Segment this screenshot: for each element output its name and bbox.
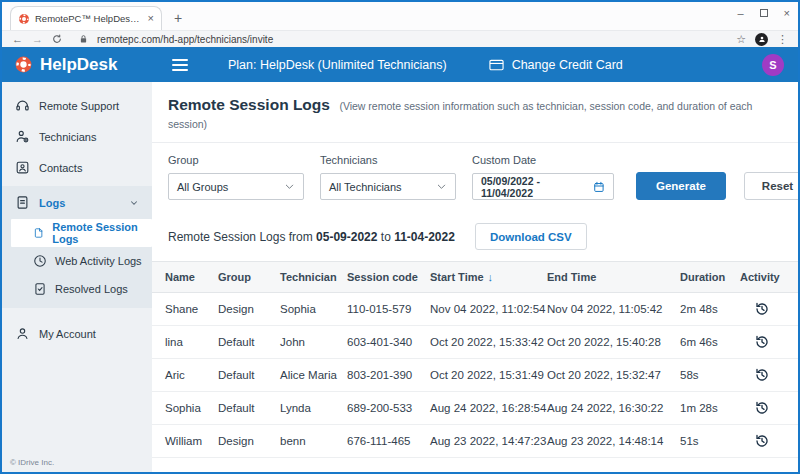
column-start-time[interactable]: Start Time ↓ bbox=[430, 271, 547, 283]
copyright-footer: © IDrive Inc. bbox=[10, 458, 54, 467]
new-tab-button[interactable]: + bbox=[174, 11, 182, 25]
helpdesk-logo-icon bbox=[14, 55, 33, 74]
history-icon bbox=[754, 301, 770, 317]
table-row: Shane Design Sophia 110-015-579 Nov 04 2… bbox=[152, 293, 798, 326]
sidebar: Remote Support Technicians Contacts bbox=[2, 82, 152, 472]
table-row: lina Default John 603-401-340 Oct 20 202… bbox=[152, 326, 798, 359]
window-controls: – × bbox=[737, 7, 790, 19]
table-row: Aric Default Alice Maria 803-201-390 Oct… bbox=[152, 359, 798, 392]
tab-title: RemotePC™ HelpDesk - Remote bbox=[35, 13, 143, 24]
chevron-down-icon bbox=[436, 181, 447, 192]
column-activity: Activity bbox=[740, 271, 798, 283]
technicians-filter-label: Technicians bbox=[320, 154, 456, 166]
lock-icon bbox=[79, 34, 88, 44]
contacts-icon bbox=[15, 160, 30, 175]
sidebar-item-web-activity-logs[interactable]: Web Activity Logs bbox=[2, 247, 152, 275]
account-icon bbox=[15, 326, 30, 341]
page-title: Remote Session Logs bbox=[168, 96, 330, 113]
date-range-input[interactable]: 05/09/2022 - 11/04/2022 bbox=[472, 173, 614, 200]
sidebar-item-contacts[interactable]: Contacts bbox=[2, 152, 152, 183]
table-header: Name Group Technician Session code Start… bbox=[152, 261, 798, 293]
browser-toolbar: ← → remotepc.com/hd-app/technicians/invi… bbox=[2, 30, 798, 47]
sidebar-group-logs: Logs Remote Session Logs Web Activity Lo… bbox=[2, 186, 152, 308]
chevron-down-icon bbox=[284, 181, 295, 192]
minimize-button[interactable]: – bbox=[737, 7, 743, 19]
change-credit-card-button[interactable]: Change Credit Card bbox=[489, 58, 623, 72]
history-icon bbox=[754, 400, 770, 416]
clock-icon bbox=[33, 254, 47, 268]
sidebar-item-my-account[interactable]: My Account bbox=[2, 318, 152, 349]
activity-history-button[interactable] bbox=[740, 433, 770, 449]
tab-bar: RemotePC™ HelpDesk - Remote × + – × bbox=[2, 2, 798, 30]
resolved-log-icon bbox=[33, 282, 47, 296]
browser-window: RemotePC™ HelpDesk - Remote × + – × ← → … bbox=[0, 0, 800, 474]
filter-bar: Group All Groups Technicians All Technic… bbox=[152, 143, 798, 214]
history-icon bbox=[754, 367, 770, 383]
reset-button[interactable]: Reset bbox=[744, 172, 798, 200]
column-end-time: End Time bbox=[547, 271, 680, 283]
calendar-icon[interactable] bbox=[593, 181, 605, 193]
history-icon bbox=[754, 334, 770, 350]
activity-history-button[interactable] bbox=[740, 400, 770, 416]
table-row: William Design benn 676-111-465 Aug 23 2… bbox=[152, 425, 798, 458]
title-bar: Remote Session Logs (View remote session… bbox=[152, 82, 798, 143]
credit-card-icon bbox=[489, 59, 504, 71]
column-name: Name bbox=[152, 271, 218, 283]
sidebar-item-remote-session-logs[interactable]: Remote Session Logs bbox=[11, 219, 152, 247]
hamburger-menu-icon[interactable] bbox=[172, 59, 188, 71]
headset-icon bbox=[15, 98, 30, 113]
app-header: HelpDesk Plan: HelpDesk (Unlimited Techn… bbox=[2, 47, 798, 82]
refresh-icon[interactable] bbox=[52, 34, 62, 44]
column-duration: Duration bbox=[680, 271, 740, 283]
custom-date-label: Custom Date bbox=[472, 154, 614, 166]
technicians-select[interactable]: All Technicians bbox=[320, 173, 456, 200]
table-row: Sophia Default Lynda 689-200-533 Aug 24 … bbox=[152, 392, 798, 425]
column-technician: Technician bbox=[280, 271, 347, 283]
activity-history-button[interactable] bbox=[740, 301, 770, 317]
to-date: 11-04-2022 bbox=[394, 230, 455, 244]
technician-icon bbox=[15, 129, 30, 144]
sort-desc-icon: ↓ bbox=[488, 271, 494, 283]
download-csv-button[interactable]: Download CSV bbox=[475, 223, 587, 250]
plan-label: Plan: HelpDesk (Unlimited Technicians) bbox=[228, 58, 447, 72]
sidebar-item-technicians[interactable]: Technicians bbox=[2, 121, 152, 152]
bookmark-star-icon[interactable]: ☆ bbox=[736, 33, 746, 46]
browser-tab[interactable]: RemotePC™ HelpDesk - Remote × bbox=[10, 6, 162, 30]
sidebar-item-resolved-logs[interactable]: Resolved Logs bbox=[2, 275, 152, 303]
sidebar-item-remote-support[interactable]: Remote Support bbox=[2, 90, 152, 121]
group-select[interactable]: All Groups bbox=[168, 173, 304, 200]
browser-profile-avatar[interactable] bbox=[755, 33, 768, 46]
sidebar-item-logs[interactable]: Logs bbox=[2, 186, 152, 219]
brand[interactable]: HelpDesk bbox=[2, 55, 152, 75]
browser-menu-icon[interactable]: ⋮ bbox=[777, 33, 788, 46]
maximize-button[interactable] bbox=[760, 9, 768, 17]
close-window-button[interactable]: × bbox=[784, 7, 790, 19]
activity-history-button[interactable] bbox=[740, 334, 770, 350]
column-session-code: Session code bbox=[347, 271, 430, 283]
chevron-down-icon bbox=[129, 198, 139, 208]
logs-icon bbox=[15, 195, 30, 210]
summary-bar: Remote Session Logs from 05-09-2022 to 1… bbox=[152, 214, 798, 261]
tab-close-icon[interactable]: × bbox=[148, 13, 154, 24]
brand-name: HelpDesk bbox=[40, 55, 117, 75]
group-filter-label: Group bbox=[168, 154, 304, 166]
main-content: Remote Session Logs (View remote session… bbox=[152, 82, 798, 472]
history-icon bbox=[754, 433, 770, 449]
activity-history-button[interactable] bbox=[740, 367, 770, 383]
helpdesk-favicon-icon bbox=[18, 13, 30, 25]
forward-button[interactable]: → bbox=[32, 33, 43, 45]
summary-text: Remote Session Logs from 05-09-2022 to 1… bbox=[168, 230, 455, 244]
session-log-icon bbox=[33, 226, 44, 240]
address-bar[interactable]: remotepc.com/hd-app/technicians/invite bbox=[97, 34, 273, 45]
user-avatar[interactable]: S bbox=[762, 54, 784, 76]
column-group: Group bbox=[218, 271, 280, 283]
generate-button[interactable]: Generate bbox=[636, 172, 726, 200]
from-date: 05-09-2022 bbox=[316, 230, 377, 244]
back-button[interactable]: ← bbox=[12, 33, 23, 45]
